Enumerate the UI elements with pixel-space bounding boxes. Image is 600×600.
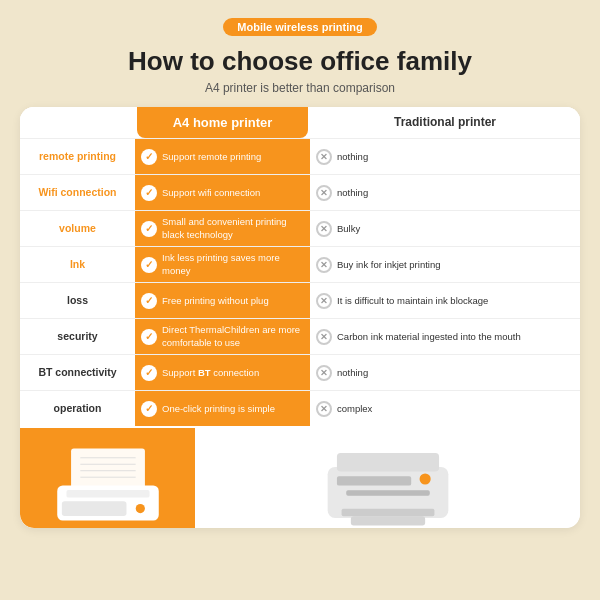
table-row: remote printing✓Support remote printing✕… xyxy=(20,138,580,174)
table-row: operation✓One-click printing is simple✕c… xyxy=(20,390,580,426)
traditional-cell-1: ✕nothing xyxy=(310,175,580,210)
check-icon-5: ✓ xyxy=(141,329,157,345)
comparison-card: A4 home printer Traditional printer remo… xyxy=(20,107,580,528)
row-label-7: operation xyxy=(20,391,135,426)
a4-cell-5: ✓Direct ThermalChildren are more comfort… xyxy=(135,319,310,354)
a4-text-2: Small and convenient printing black tech… xyxy=(162,216,304,241)
a4-cell-6: ✓Support BT connection xyxy=(135,355,310,390)
svg-point-7 xyxy=(135,504,144,513)
traditional-cell-0: ✕nothing xyxy=(310,139,580,174)
a4-text-7: One-click printing is simple xyxy=(162,403,275,415)
traditional-text-4: It is difficult to maintain ink blockage xyxy=(337,295,488,307)
table-row: Wifi connection✓Support wifi connection✕… xyxy=(20,174,580,210)
table-row: volume✓Small and convenient printing bla… xyxy=(20,210,580,246)
cross-icon-6: ✕ xyxy=(316,365,332,381)
cross-icon-0: ✕ xyxy=(316,149,332,165)
main-title: How to choose office family xyxy=(128,46,472,77)
traditional-cell-4: ✕It is difficult to maintain ink blockag… xyxy=(310,283,580,318)
row-label-4: loss xyxy=(20,283,135,318)
a4-text-6: Support BT connection xyxy=(162,367,259,379)
a4-cell-2: ✓Small and convenient printing black tec… xyxy=(135,211,310,246)
table-header: A4 home printer Traditional printer xyxy=(20,107,580,138)
a4-cell-3: ✓Ink less printing saves more money xyxy=(135,247,310,282)
table-row: Ink✓Ink less printing saves more money✕B… xyxy=(20,246,580,282)
traditional-cell-3: ✕Buy ink for inkjet printing xyxy=(310,247,580,282)
svg-rect-0 xyxy=(71,449,145,491)
top-badge: Mobile wireless printing xyxy=(223,18,376,36)
cross-icon-5: ✕ xyxy=(316,329,332,345)
traditional-cell-7: ✕complex xyxy=(310,391,580,426)
a4-text-5: Direct ThermalChildren are more comforta… xyxy=(162,324,304,349)
cross-icon-2: ✕ xyxy=(316,221,332,237)
check-icon-3: ✓ xyxy=(141,257,157,273)
table-row: loss✓Free printing without plug✕It is di… xyxy=(20,282,580,318)
check-icon-7: ✓ xyxy=(141,401,157,417)
svg-rect-11 xyxy=(346,490,430,496)
cross-icon-4: ✕ xyxy=(316,293,332,309)
check-icon-2: ✓ xyxy=(141,221,157,237)
check-icon-0: ✓ xyxy=(141,149,157,165)
cross-icon-1: ✕ xyxy=(316,185,332,201)
svg-rect-6 xyxy=(66,490,149,497)
traditional-printer-svg xyxy=(323,443,453,528)
cross-icon-3: ✕ xyxy=(316,257,332,273)
row-label-6: BT connectivity xyxy=(20,355,135,390)
traditional-text-5: Carbon ink material ingested into the mo… xyxy=(337,331,521,343)
header-a4: A4 home printer xyxy=(137,107,308,138)
a4-text-3: Ink less printing saves more money xyxy=(162,252,304,277)
row-label-2: volume xyxy=(20,211,135,246)
table-row: BT connectivity✓Support BT connection✕no… xyxy=(20,354,580,390)
svg-rect-14 xyxy=(336,476,410,485)
traditional-text-7: complex xyxy=(337,403,372,415)
header-traditional: Traditional printer xyxy=(310,107,580,138)
traditional-cell-6: ✕nothing xyxy=(310,355,580,390)
svg-point-13 xyxy=(419,474,430,485)
printer-section xyxy=(20,428,580,528)
row-label-0: remote printing xyxy=(20,139,135,174)
check-icon-4: ✓ xyxy=(141,293,157,309)
a4-printer-svg xyxy=(48,443,168,528)
cross-icon-7: ✕ xyxy=(316,401,332,417)
traditional-text-6: nothing xyxy=(337,367,368,379)
traditional-text-1: nothing xyxy=(337,187,368,199)
traditional-cell-5: ✕Carbon ink material ingested into the m… xyxy=(310,319,580,354)
traditional-cell-2: ✕Bulky xyxy=(310,211,580,246)
traditional-printer-image xyxy=(195,428,580,528)
a4-text-4: Free printing without plug xyxy=(162,295,269,307)
traditional-text-0: nothing xyxy=(337,151,368,163)
a4-cell-1: ✓Support wifi connection xyxy=(135,175,310,210)
svg-rect-10 xyxy=(336,453,438,472)
traditional-text-2: Bulky xyxy=(337,223,360,235)
traditional-text-3: Buy ink for inkjet printing xyxy=(337,259,441,271)
a4-text-1: Support wifi connection xyxy=(162,187,260,199)
row-label-5: security xyxy=(20,319,135,354)
subtitle: A4 printer is better than comparison xyxy=(205,81,395,95)
row-label-1: Wifi connection xyxy=(20,175,135,210)
check-icon-6: ✓ xyxy=(141,365,157,381)
row-label-3: Ink xyxy=(20,247,135,282)
svg-rect-12 xyxy=(341,509,434,516)
svg-rect-8 xyxy=(61,501,126,516)
table-body: remote printing✓Support remote printing✕… xyxy=(20,138,580,426)
a4-text-0: Support remote printing xyxy=(162,151,261,163)
a4-cell-0: ✓Support remote printing xyxy=(135,139,310,174)
table-row: security✓Direct ThermalChildren are more… xyxy=(20,318,580,354)
svg-rect-15 xyxy=(350,516,424,525)
header-empty xyxy=(20,107,135,138)
a4-cell-7: ✓One-click printing is simple xyxy=(135,391,310,426)
check-icon-1: ✓ xyxy=(141,185,157,201)
a4-printer-image xyxy=(20,428,195,528)
a4-cell-4: ✓Free printing without plug xyxy=(135,283,310,318)
